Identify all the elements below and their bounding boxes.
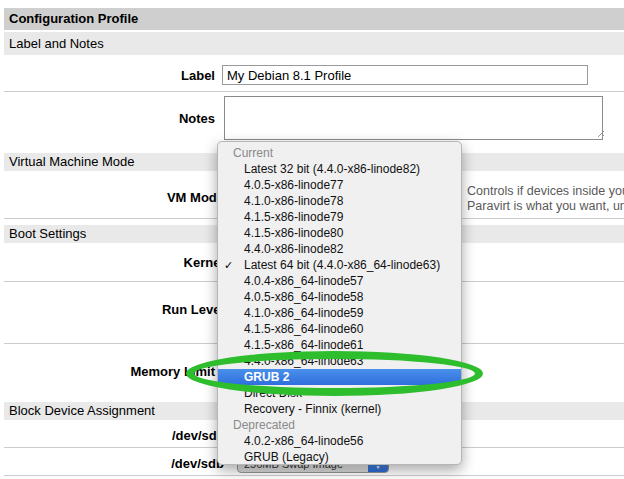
kernel-label: Kernel bbox=[0, 255, 224, 270]
checkmark-icon: ✓ bbox=[224, 257, 233, 273]
kernel-dropdown-menu: CurrentLatest 32 bit (4.4.0-x86-linode82… bbox=[217, 141, 462, 465]
label-input[interactable] bbox=[222, 65, 588, 85]
vm-mode-help-line2: Paravirt is what you want, unle bbox=[467, 199, 624, 214]
kernel-option-label: 4.0.2-x86_64-linode56 bbox=[244, 434, 363, 448]
kernel-option-label: Latest 32 bit (4.4.0-x86-linode82) bbox=[244, 162, 420, 176]
kernel-option-label: GRUB (Legacy) bbox=[244, 450, 329, 464]
kernel-option[interactable]: ✓Latest 64 bit (4.4.0-x86_64-linode63) bbox=[218, 257, 461, 273]
kernel-option-label: 4.0.4-x86_64-linode57 bbox=[244, 274, 363, 288]
kernel-option-label: 4.1.0-x86-linode78 bbox=[244, 194, 343, 208]
vm-mode-help-text: Controls if devices inside your Paravirt… bbox=[467, 184, 624, 213]
kernel-option[interactable]: 4.1.0-x86-linode78 bbox=[218, 193, 461, 209]
kernel-option-label: 4.4.0-x86-linode82 bbox=[244, 242, 343, 256]
section-label-and-notes: Label and Notes bbox=[4, 32, 624, 55]
kernel-option-label: 4.1.0-x86_64-linode59 bbox=[244, 306, 363, 320]
kernel-option-label: GRUB 2 bbox=[244, 370, 289, 384]
kernel-group-label: Deprecated bbox=[218, 417, 461, 433]
dev-sdb-label: /dev/sdb bbox=[0, 456, 224, 471]
memory-limit-label: Memory Limit bbox=[0, 364, 215, 379]
kernel-option-label: 4.1.5-x86-linode80 bbox=[244, 226, 343, 240]
kernel-option-label: Deprecated bbox=[233, 418, 295, 432]
page-title: Configuration Profile bbox=[4, 8, 624, 30]
kernel-option-label: Direct Disk bbox=[244, 386, 302, 400]
kernel-option[interactable]: Direct Disk bbox=[218, 385, 461, 401]
kernel-option[interactable]: Recovery - Finnix (kernel) bbox=[218, 401, 461, 417]
kernel-option[interactable]: 4.1.5-x86_64-linode60 bbox=[218, 321, 461, 337]
kernel-option-label: 4.1.5-x86_64-linode60 bbox=[244, 322, 363, 336]
kernel-option-label: 4.4.0-x86_64-linode63 bbox=[244, 354, 363, 368]
kernel-group-label: Current bbox=[218, 145, 461, 161]
label-field-label: Label bbox=[0, 68, 215, 83]
kernel-option[interactable]: 4.0.2-x86_64-linode56 bbox=[218, 433, 461, 449]
kernel-option-label: Latest 64 bit (4.4.0-x86_64-linode63) bbox=[244, 258, 440, 272]
kernel-option-label: 4.0.5-x86-linode77 bbox=[244, 178, 343, 192]
kernel-option-label: 4.1.5-x86_64-linode61 bbox=[244, 338, 363, 352]
kernel-option[interactable]: 4.0.5-x86-linode77 bbox=[218, 177, 461, 193]
configuration-profile-page: Configuration Profile Label and Notes La… bbox=[0, 0, 624, 479]
divider bbox=[4, 475, 624, 476]
kernel-option-label: Current bbox=[233, 146, 273, 160]
vm-mode-label: VM Mode bbox=[0, 190, 224, 205]
divider bbox=[4, 91, 624, 92]
kernel-option[interactable]: 4.1.5-x86-linode79 bbox=[218, 209, 461, 225]
kernel-option[interactable]: 4.4.0-x86-linode82 bbox=[218, 241, 461, 257]
kernel-option-label: 4.0.5-x86_64-linode58 bbox=[244, 290, 363, 304]
kernel-option[interactable]: 4.0.4-x86_64-linode57 bbox=[218, 273, 461, 289]
kernel-option[interactable]: 4.1.5-x86_64-linode61 bbox=[218, 337, 461, 353]
kernel-dropdown-list: CurrentLatest 32 bit (4.4.0-x86-linode82… bbox=[218, 145, 461, 465]
run-level-label: Run Level bbox=[0, 302, 224, 317]
dev-sda-label: /dev/sda bbox=[0, 428, 224, 443]
kernel-option-label: 4.1.5-x86-linode79 bbox=[244, 210, 343, 224]
kernel-option[interactable]: GRUB (Legacy) bbox=[218, 449, 461, 465]
kernel-option[interactable]: 4.0.5-x86_64-linode58 bbox=[218, 289, 461, 305]
kernel-option[interactable]: 4.1.0-x86_64-linode59 bbox=[218, 305, 461, 321]
kernel-option[interactable]: GRUB 2 bbox=[218, 369, 461, 385]
kernel-option[interactable]: Latest 32 bit (4.4.0-x86-linode82) bbox=[218, 161, 461, 177]
kernel-option[interactable]: 4.1.5-x86-linode80 bbox=[218, 225, 461, 241]
notes-field-label: Notes bbox=[0, 111, 215, 126]
kernel-option[interactable]: 4.4.0-x86_64-linode63 bbox=[218, 353, 461, 369]
vm-mode-help-line1: Controls if devices inside your bbox=[467, 184, 624, 199]
notes-textarea[interactable] bbox=[224, 96, 603, 140]
kernel-option-label: Recovery - Finnix (kernel) bbox=[244, 402, 381, 416]
